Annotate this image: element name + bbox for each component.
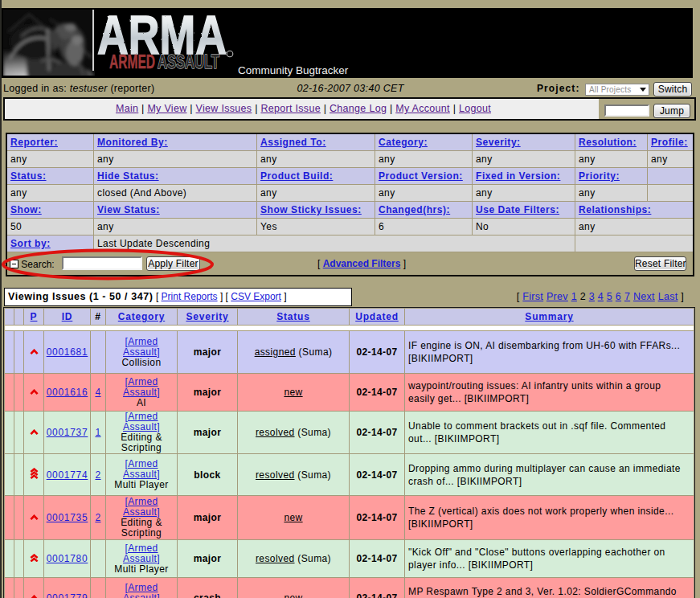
svg-text:ARMED: ARMED <box>109 51 155 72</box>
svg-text:ASSAULT: ASSAULT <box>158 51 219 72</box>
